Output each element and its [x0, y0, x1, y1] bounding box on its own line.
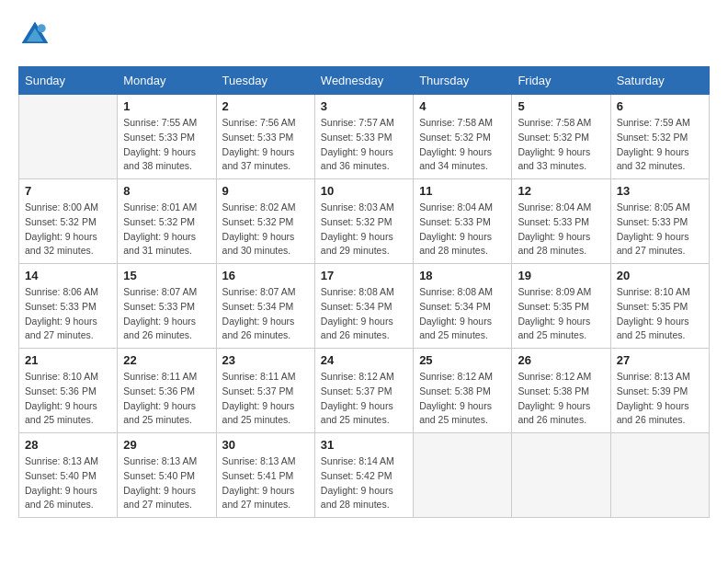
calendar-cell: 11Sunrise: 8:04 AMSunset: 5:33 PMDayligh…: [414, 179, 512, 264]
day-header-wednesday: Wednesday: [314, 67, 413, 95]
day-info: Sunrise: 8:00 AMSunset: 5:32 PMDaylight:…: [25, 201, 111, 259]
calendar-cell: 19Sunrise: 8:09 AMSunset: 5:35 PMDayligh…: [512, 264, 610, 349]
day-info: Sunrise: 8:10 AMSunset: 5:36 PMDaylight:…: [25, 370, 111, 428]
day-number: 30: [222, 438, 309, 452]
day-info: Sunrise: 8:04 AMSunset: 5:33 PMDaylight:…: [518, 201, 604, 259]
day-info: Sunrise: 7:56 AMSunset: 5:33 PMDaylight:…: [222, 116, 309, 174]
day-info: Sunrise: 8:09 AMSunset: 5:35 PMDaylight:…: [518, 285, 604, 343]
day-info: Sunrise: 8:08 AMSunset: 5:34 PMDaylight:…: [419, 285, 506, 343]
day-info: Sunrise: 8:06 AMSunset: 5:33 PMDaylight:…: [25, 285, 111, 343]
day-info: Sunrise: 8:13 AMSunset: 5:41 PMDaylight:…: [222, 454, 309, 512]
day-info: Sunrise: 8:01 AMSunset: 5:32 PMDaylight:…: [123, 201, 210, 259]
week-row-5: 28Sunrise: 8:13 AMSunset: 5:40 PMDayligh…: [19, 433, 710, 518]
calendar-cell: 13Sunrise: 8:05 AMSunset: 5:33 PMDayligh…: [610, 179, 709, 264]
calendar-cell: 26Sunrise: 8:12 AMSunset: 5:38 PMDayligh…: [512, 349, 610, 433]
calendar-cell: 22Sunrise: 8:11 AMSunset: 5:36 PMDayligh…: [118, 349, 216, 433]
day-info: Sunrise: 8:08 AMSunset: 5:34 PMDaylight:…: [321, 285, 407, 343]
calendar-cell: 29Sunrise: 8:13 AMSunset: 5:40 PMDayligh…: [118, 433, 216, 518]
day-info: Sunrise: 8:11 AMSunset: 5:36 PMDaylight:…: [123, 370, 210, 428]
calendar-cell: 8Sunrise: 8:01 AMSunset: 5:32 PMDaylight…: [118, 179, 216, 264]
calendar-cell: 27Sunrise: 8:13 AMSunset: 5:39 PMDayligh…: [610, 349, 709, 433]
day-header-friday: Friday: [512, 67, 610, 95]
day-number: 28: [25, 438, 111, 452]
calendar-cell: 6Sunrise: 7:59 AMSunset: 5:32 PMDaylight…: [610, 95, 709, 179]
day-info: Sunrise: 7:57 AMSunset: 5:33 PMDaylight:…: [321, 116, 407, 174]
day-number: 22: [123, 353, 210, 367]
day-header-saturday: Saturday: [610, 67, 709, 95]
day-info: Sunrise: 8:10 AMSunset: 5:35 PMDaylight:…: [617, 285, 703, 343]
day-info: Sunrise: 8:07 AMSunset: 5:33 PMDaylight:…: [123, 285, 210, 343]
day-number: 8: [123, 184, 210, 198]
day-info: Sunrise: 8:11 AMSunset: 5:37 PMDaylight:…: [222, 370, 309, 428]
day-header-tuesday: Tuesday: [216, 67, 314, 95]
week-row-2: 7Sunrise: 8:00 AMSunset: 5:32 PMDaylight…: [19, 179, 710, 264]
day-info: Sunrise: 7:59 AMSunset: 5:32 PMDaylight:…: [617, 116, 703, 174]
day-number: 7: [25, 184, 111, 198]
day-number: 17: [321, 269, 407, 282]
day-number: 18: [419, 269, 506, 282]
calendar-cell: 7Sunrise: 8:00 AMSunset: 5:32 PMDaylight…: [19, 179, 118, 264]
calendar-cell: 25Sunrise: 8:12 AMSunset: 5:38 PMDayligh…: [414, 349, 512, 433]
day-info: Sunrise: 8:07 AMSunset: 5:34 PMDaylight:…: [222, 285, 309, 343]
calendar-cell: [610, 433, 709, 518]
day-number: 24: [321, 353, 407, 367]
day-info: Sunrise: 8:13 AMSunset: 5:40 PMDaylight:…: [123, 454, 210, 512]
day-info: Sunrise: 8:02 AMSunset: 5:32 PMDaylight:…: [222, 201, 309, 259]
day-number: 15: [123, 269, 210, 282]
calendar: SundayMondayTuesdayWednesdayThursdayFrid…: [18, 66, 710, 518]
day-info: Sunrise: 8:14 AMSunset: 5:42 PMDaylight:…: [321, 454, 407, 512]
day-header-sunday: Sunday: [19, 67, 118, 95]
calendar-cell: 2Sunrise: 7:56 AMSunset: 5:33 PMDaylight…: [216, 95, 314, 179]
day-number: 5: [518, 99, 604, 113]
day-number: 29: [123, 438, 210, 452]
day-number: 27: [617, 353, 703, 367]
day-info: Sunrise: 7:58 AMSunset: 5:32 PMDaylight:…: [419, 116, 506, 174]
day-number: 25: [419, 353, 506, 367]
calendar-cell: 18Sunrise: 8:08 AMSunset: 5:34 PMDayligh…: [414, 264, 512, 349]
day-number: 10: [321, 184, 407, 198]
calendar-cell: 24Sunrise: 8:12 AMSunset: 5:37 PMDayligh…: [314, 349, 413, 433]
calendar-cell: 3Sunrise: 7:57 AMSunset: 5:33 PMDaylight…: [314, 95, 413, 179]
calendar-cell: 4Sunrise: 7:58 AMSunset: 5:32 PMDaylight…: [414, 95, 512, 179]
calendar-cell: 17Sunrise: 8:08 AMSunset: 5:34 PMDayligh…: [314, 264, 413, 349]
day-info: Sunrise: 8:05 AMSunset: 5:33 PMDaylight:…: [617, 201, 703, 259]
day-number: 16: [222, 269, 309, 282]
day-number: 20: [617, 269, 703, 282]
logo-icon: [18, 18, 51, 52]
calendar-cell: 5Sunrise: 7:58 AMSunset: 5:32 PMDaylight…: [512, 95, 610, 179]
day-info: Sunrise: 8:13 AMSunset: 5:39 PMDaylight:…: [617, 370, 703, 428]
calendar-cell: 12Sunrise: 8:04 AMSunset: 5:33 PMDayligh…: [512, 179, 610, 264]
day-info: Sunrise: 8:12 AMSunset: 5:38 PMDaylight:…: [419, 370, 506, 428]
calendar-cell: 23Sunrise: 8:11 AMSunset: 5:37 PMDayligh…: [216, 349, 314, 433]
day-number: 3: [321, 99, 407, 113]
week-row-1: 1Sunrise: 7:55 AMSunset: 5:33 PMDaylight…: [19, 95, 710, 179]
day-number: 9: [222, 184, 309, 198]
calendar-cell: 31Sunrise: 8:14 AMSunset: 5:42 PMDayligh…: [314, 433, 413, 518]
days-header-row: SundayMondayTuesdayWednesdayThursdayFrid…: [19, 67, 710, 95]
day-number: 2: [222, 99, 309, 113]
calendar-cell: 10Sunrise: 8:03 AMSunset: 5:32 PMDayligh…: [314, 179, 413, 264]
calendar-cell: 30Sunrise: 8:13 AMSunset: 5:41 PMDayligh…: [216, 433, 314, 518]
day-number: 23: [222, 353, 309, 367]
calendar-cell: 21Sunrise: 8:10 AMSunset: 5:36 PMDayligh…: [19, 349, 118, 433]
calendar-cell: [414, 433, 512, 518]
day-info: Sunrise: 8:04 AMSunset: 5:33 PMDaylight:…: [419, 201, 506, 259]
calendar-cell: 14Sunrise: 8:06 AMSunset: 5:33 PMDayligh…: [19, 264, 118, 349]
svg-point-2: [38, 24, 46, 32]
day-info: Sunrise: 8:12 AMSunset: 5:38 PMDaylight:…: [518, 370, 604, 428]
day-info: Sunrise: 8:03 AMSunset: 5:32 PMDaylight:…: [321, 201, 407, 259]
calendar-cell: 1Sunrise: 7:55 AMSunset: 5:33 PMDaylight…: [118, 95, 216, 179]
calendar-cell: [19, 95, 118, 179]
day-number: 11: [419, 184, 506, 198]
day-number: 12: [518, 184, 604, 198]
calendar-cell: 16Sunrise: 8:07 AMSunset: 5:34 PMDayligh…: [216, 264, 314, 349]
day-info: Sunrise: 7:55 AMSunset: 5:33 PMDaylight:…: [123, 116, 210, 174]
day-number: 4: [419, 99, 506, 113]
day-info: Sunrise: 8:13 AMSunset: 5:40 PMDaylight:…: [25, 454, 111, 512]
day-header-thursday: Thursday: [414, 67, 512, 95]
calendar-cell: 20Sunrise: 8:10 AMSunset: 5:35 PMDayligh…: [610, 264, 709, 349]
day-number: 21: [25, 353, 111, 367]
week-row-4: 21Sunrise: 8:10 AMSunset: 5:36 PMDayligh…: [19, 349, 710, 433]
page-header: [18, 18, 710, 52]
day-number: 6: [617, 99, 703, 113]
